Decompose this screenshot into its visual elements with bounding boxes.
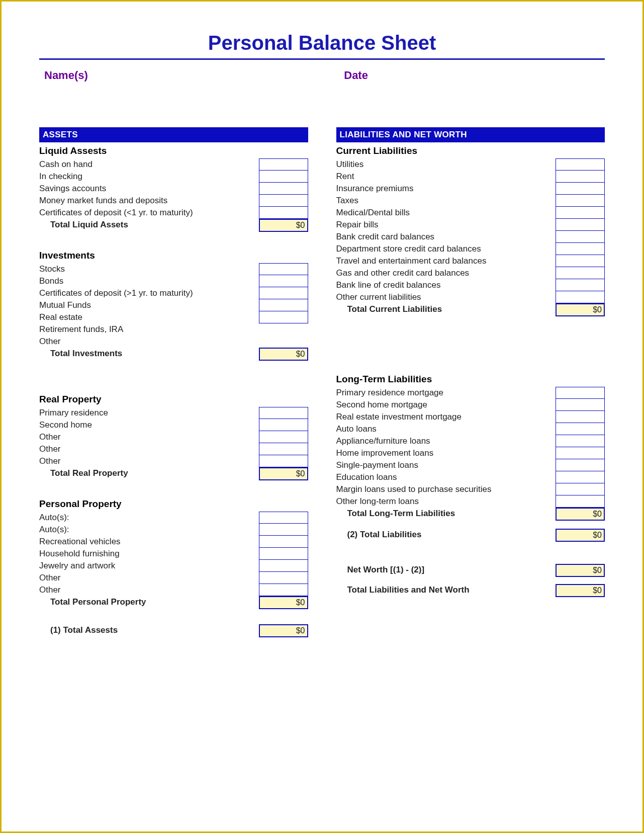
longterm-liab-heading: Long-Term Liabilities <box>336 374 605 385</box>
liquid-input[interactable] <box>259 207 308 219</box>
investments-input[interactable] <box>259 275 308 287</box>
title-rule <box>39 58 605 60</box>
investments-item: Bonds <box>39 275 259 287</box>
net-worth-value: $0 <box>556 564 605 577</box>
personal-property-input[interactable] <box>259 584 308 596</box>
longterm-liab-input[interactable] <box>556 435 605 447</box>
current-liab-item: Insurance premiums <box>336 183 556 195</box>
personal-property-heading: Personal Property <box>39 498 308 510</box>
current-liab-input[interactable] <box>556 158 605 171</box>
net-worth-label: Net Worth [(1) - (2)] <box>336 564 556 577</box>
longterm-liab-input[interactable] <box>556 423 605 435</box>
liquid-total-value: $0 <box>259 219 308 232</box>
real-property-input[interactable] <box>259 419 308 431</box>
real-property-input[interactable] <box>259 407 308 419</box>
real-property-item: Other <box>39 431 259 443</box>
current-liab-item: Utilities <box>336 158 556 171</box>
liquid-item: Cash on hand <box>39 158 259 171</box>
current-liab-item: Rent <box>336 171 556 183</box>
current-liab-input[interactable] <box>556 219 605 231</box>
longterm-liab-input[interactable] <box>556 471 605 483</box>
longterm-liab-input[interactable] <box>556 411 605 423</box>
current-liab-input[interactable] <box>556 195 605 207</box>
personal-property-input[interactable] <box>259 560 308 572</box>
personal-property-input[interactable] <box>259 548 308 560</box>
real-property-input[interactable] <box>259 443 308 455</box>
personal-property-items: Auto(s): Auto(s): Recreational vehicles … <box>39 512 308 596</box>
current-liab-input[interactable] <box>556 267 605 279</box>
current-liab-item: Travel and entertainment card balances <box>336 255 556 267</box>
longterm-liab-input[interactable] <box>556 387 605 399</box>
liquid-input[interactable] <box>259 195 308 207</box>
investments-item: Stocks <box>39 263 259 275</box>
current-liab-input[interactable] <box>556 183 605 195</box>
liquid-input[interactable] <box>259 158 308 171</box>
current-liab-item: Repair bills <box>336 219 556 231</box>
longterm-liab-item: Home improvement loans <box>336 447 556 459</box>
real-property-input[interactable] <box>259 455 308 467</box>
real-property-total-value: $0 <box>259 467 308 480</box>
investments-input[interactable] <box>259 287 308 299</box>
assets-total-value: $0 <box>259 624 308 637</box>
real-property-input[interactable] <box>259 431 308 443</box>
assets-column: ASSETS Liquid Assests Cash on hand In ch… <box>39 127 308 637</box>
current-liab-total-label: Total Current Liabilities <box>336 303 556 316</box>
real-property-item: Primary residence <box>39 407 259 419</box>
longterm-liab-item: Auto loans <box>336 423 556 435</box>
page: Personal Balance Sheet Name(s) Date ASSE… <box>0 0 644 833</box>
longterm-liab-input[interactable] <box>556 495 605 508</box>
personal-property-item: Jewelry and artwork <box>39 560 259 572</box>
columns: ASSETS Liquid Assests Cash on hand In ch… <box>39 127 605 637</box>
current-liab-item: Department store credit card balances <box>336 243 556 255</box>
header-row: Name(s) Date <box>39 69 605 82</box>
real-property-item: Other <box>39 443 259 455</box>
personal-property-total-value: $0 <box>259 596 308 609</box>
liquid-item: In checking <box>39 171 259 183</box>
liquid-input[interactable] <box>259 171 308 183</box>
current-liab-item: Taxes <box>336 195 556 207</box>
grand-total-value: $0 <box>556 584 605 597</box>
personal-property-input[interactable] <box>259 536 308 548</box>
personal-property-input[interactable] <box>259 512 308 524</box>
real-property-item: Other <box>39 455 259 467</box>
current-liab-input[interactable] <box>556 171 605 183</box>
longterm-liab-input[interactable] <box>556 447 605 459</box>
current-liab-input[interactable] <box>556 207 605 219</box>
personal-property-item: Auto(s): <box>39 524 259 536</box>
longterm-liab-input[interactable] <box>556 399 605 411</box>
total-liabilities-label: (2) Total Liabilities <box>336 529 556 542</box>
liquid-input[interactable] <box>259 183 308 195</box>
longterm-liab-input[interactable] <box>556 459 605 471</box>
longterm-liab-item: Appliance/furniture loans <box>336 435 556 447</box>
longterm-liab-total-label: Total Long-Term Liabilities <box>336 508 556 521</box>
personal-property-input[interactable] <box>259 524 308 536</box>
investments-item: Mutual Funds <box>39 299 259 311</box>
current-liab-item: Gas and other credit card balances <box>336 267 556 279</box>
investments-input[interactable] <box>259 311 308 323</box>
grand-total-label: Total Liabilities and Net Worth <box>336 584 556 597</box>
investments-input[interactable] <box>259 299 308 311</box>
liquid-item: Certificates of deposit (<1 yr. to matur… <box>39 207 259 219</box>
current-liab-input[interactable] <box>556 279 605 291</box>
current-liab-heading: Current Liabilities <box>336 145 605 156</box>
liquid-items: Cash on hand In checking Savings account… <box>39 158 308 219</box>
personal-property-item: Other <box>39 572 259 584</box>
personal-property-input[interactable] <box>259 572 308 584</box>
personal-property-item: Recreational vehicles <box>39 536 259 548</box>
current-liab-input[interactable] <box>556 243 605 255</box>
current-liab-item: Medical/Dental bills <box>336 207 556 219</box>
investments-input[interactable] <box>259 263 308 275</box>
current-liab-input[interactable] <box>556 255 605 267</box>
liquid-item: Money market funds and deposits <box>39 195 259 207</box>
investments-item: Other <box>39 336 259 348</box>
current-liab-input[interactable] <box>556 231 605 243</box>
personal-property-item: Household furnishing <box>39 548 259 560</box>
current-liab-input[interactable] <box>556 291 605 303</box>
longterm-liab-item: Second home mortgage <box>336 399 556 411</box>
investments-item: Retirement funds, IRA <box>39 323 259 336</box>
longterm-liab-input[interactable] <box>556 483 605 495</box>
current-liab-items: Utilities Rent Insurance premiums Taxes … <box>336 158 605 303</box>
liabilities-band: LIABILITIES AND NET WORTH <box>336 127 605 142</box>
current-liab-total-value: $0 <box>556 303 605 316</box>
investments-blank <box>259 336 308 348</box>
